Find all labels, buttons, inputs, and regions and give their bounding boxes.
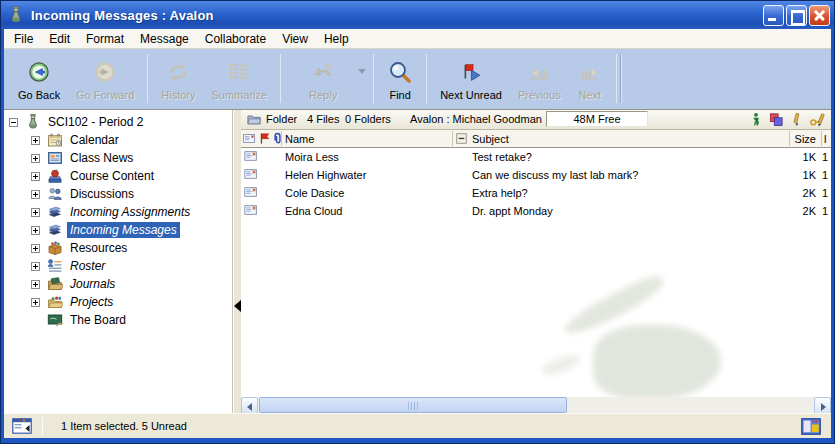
folder-type-label: Folder [266, 113, 297, 125]
expand-icon[interactable] [31, 298, 40, 307]
permissions-key-icon[interactable] [809, 112, 827, 127]
go-forward-button[interactable]: Go Forward [68, 51, 142, 106]
board-icon [47, 312, 63, 328]
sender-name: Moira Less [285, 151, 339, 163]
tree-item-the-board[interactable]: The Board [4, 311, 232, 329]
reply-button[interactable]: Reply [286, 51, 360, 106]
file-count: 4 Files [307, 113, 339, 125]
toolbar-separator [147, 54, 148, 103]
message-row[interactable]: Cole Dasice Extra help? 2K 1 [241, 184, 831, 202]
attachment-column-icon[interactable] [271, 132, 284, 145]
tree-item-course-content[interactable]: Course Content [4, 167, 232, 185]
splitter-collapse-arrow-icon[interactable] [234, 300, 241, 312]
menu-message[interactable]: Message [132, 30, 197, 48]
menu-edit[interactable]: Edit [41, 30, 78, 48]
tree-item-projects[interactable]: Projects [4, 293, 232, 311]
menu-view[interactable]: View [274, 30, 316, 48]
history-button[interactable]: History [153, 51, 203, 106]
column-divider [821, 131, 822, 146]
unread-message-icon [244, 186, 258, 198]
message-size: 2K [803, 187, 816, 199]
next-button[interactable]: Next [569, 51, 611, 106]
account-label: Avalon : Michael Goodman [410, 113, 542, 125]
message-row[interactable]: Moira Less Test retake? 1K 1 [241, 148, 831, 166]
subject-column-header[interactable]: Subject [472, 133, 509, 145]
size-column-header[interactable]: Size [795, 133, 816, 145]
sender-name: Helen Highwater [285, 169, 366, 181]
scroll-left-button[interactable] [241, 397, 258, 414]
toolbar-separator [426, 54, 427, 103]
reply-icon [310, 61, 336, 85]
online-user-icon[interactable] [749, 112, 763, 127]
expand-icon[interactable] [31, 280, 40, 289]
column-divider [789, 131, 790, 146]
folder-count: 0 Folders [345, 113, 391, 125]
summarize-button[interactable]: Summarize [204, 51, 276, 106]
next-icon [577, 61, 603, 85]
minimize-button[interactable] [763, 5, 784, 26]
message-row[interactable]: Edna Cloud Dr. appt Monday 2K 1 [241, 202, 831, 220]
expand-icon[interactable] [31, 244, 40, 253]
maximize-button[interactable] [786, 5, 807, 26]
expand-icon[interactable] [31, 172, 40, 181]
clipped-cell: 1 [822, 205, 829, 217]
horizontal-scrollbar[interactable] [241, 397, 831, 414]
message-row[interactable]: Helen Highwater Can we discuss my last l… [241, 166, 831, 184]
next-unread-button[interactable]: Next Unread [432, 51, 510, 106]
tree-item-journals[interactable]: Journals [4, 275, 232, 293]
tree-item-discussions[interactable]: Discussions [4, 185, 232, 203]
expand-icon[interactable] [31, 136, 40, 145]
windows-overlap-icon[interactable] [769, 112, 783, 127]
scrollbar-thumb[interactable] [259, 397, 567, 413]
tree-item-incoming-messages[interactable]: Incoming Messages [4, 221, 232, 239]
reply-dropdown-arrow-icon[interactable] [358, 69, 366, 74]
summarize-icon [227, 61, 251, 85]
view-toggle-icon[interactable] [801, 418, 821, 435]
status-text: 1 Item selected. 5 Unread [61, 420, 801, 432]
expand-icon[interactable] [31, 226, 40, 235]
message-type-column-icon[interactable] [243, 132, 256, 145]
clipped-cell: 1 [822, 187, 829, 199]
expand-icon[interactable] [31, 208, 40, 217]
close-button[interactable] [809, 5, 830, 26]
tree-item-roster[interactable]: Roster [4, 257, 232, 275]
collapse-icon[interactable] [9, 118, 18, 127]
expand-icon[interactable] [31, 154, 40, 163]
forward-icon [93, 61, 117, 85]
tree-item-sci102[interactable]: SCI102 - Period 2 [4, 113, 232, 131]
menu-collaborate[interactable]: Collaborate [197, 30, 274, 48]
tree-item-incoming-assignments[interactable]: Incoming Assignments [4, 203, 232, 221]
menu-file[interactable]: File [6, 30, 41, 48]
back-icon [27, 61, 51, 85]
name-column-header[interactable]: Name [285, 133, 314, 145]
menu-help[interactable]: Help [316, 30, 357, 48]
menu-format[interactable]: Format [78, 30, 132, 48]
edit-pencil-icon[interactable] [789, 112, 803, 127]
news-icon [47, 150, 63, 166]
go-back-button[interactable]: Go Back [10, 51, 68, 106]
column-divider [281, 131, 282, 146]
previous-button[interactable]: Previous [510, 51, 569, 106]
toolbar-separator [280, 54, 281, 103]
pane-splitter[interactable] [234, 110, 241, 414]
window-title: Incoming Messages : Avalon [31, 8, 761, 23]
expand-icon[interactable] [31, 262, 40, 271]
message-size: 2K [803, 205, 816, 217]
status-separator [42, 417, 43, 435]
expand-icon[interactable] [31, 190, 40, 199]
tree-item-class-news[interactable]: Class News [4, 149, 232, 167]
folder-info-bar: Folder 4 Files 0 Folders Avalon : Michae… [241, 110, 831, 130]
flag-column-icon[interactable] [258, 132, 271, 145]
scrollbar-track[interactable] [258, 397, 814, 414]
title-bar[interactable]: Incoming Messages : Avalon [1, 1, 834, 29]
flask-app-icon [7, 6, 25, 24]
clipped-column-header[interactable]: l [824, 133, 830, 145]
collapse-subject-icon[interactable] [456, 133, 467, 144]
scroll-right-button[interactable] [814, 397, 831, 414]
tree-item-calendar[interactable]: Calendar [4, 131, 232, 149]
previous-icon [526, 61, 552, 85]
message-subject: Dr. appt Monday [472, 205, 553, 217]
clipped-cell: 1 [822, 151, 829, 163]
tree-item-resources[interactable]: Resources [4, 239, 232, 257]
find-button[interactable]: Find [379, 51, 421, 106]
